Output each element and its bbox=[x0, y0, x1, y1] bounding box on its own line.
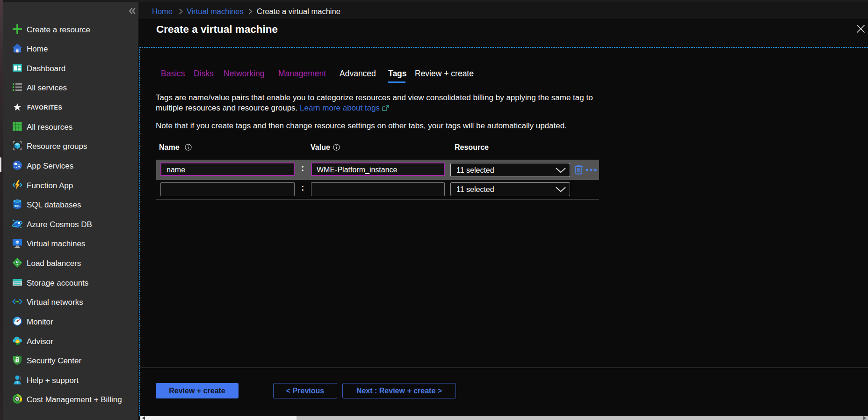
svg-text:$: $ bbox=[16, 397, 19, 401]
svg-text:SQL: SQL bbox=[14, 204, 21, 207]
